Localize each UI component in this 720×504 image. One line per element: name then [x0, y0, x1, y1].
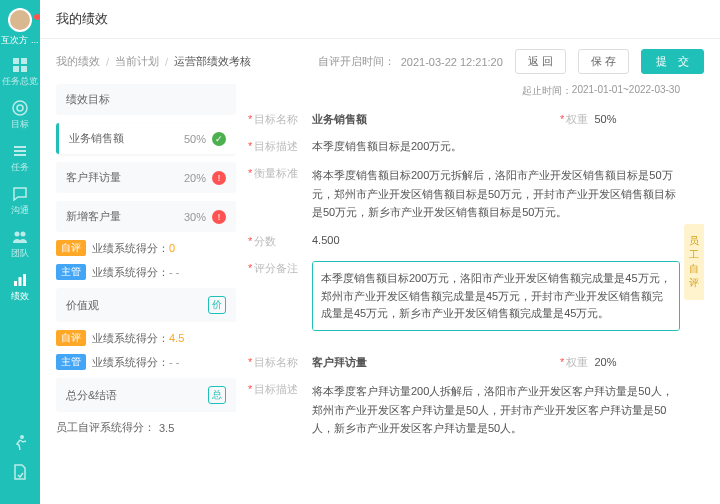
grid-icon — [12, 57, 28, 73]
people-icon — [12, 229, 28, 245]
deadline: 起止时间：2021-01-01~2022-03-30 — [248, 84, 680, 98]
svg-point-4 — [13, 101, 27, 115]
values-header[interactable]: 价值观价 — [56, 288, 236, 322]
sidebar-item-team[interactable]: 团队 — [11, 229, 29, 260]
goal-name-2: 客户拜访量 — [312, 355, 560, 370]
crumb-plan[interactable]: 当前计划 — [115, 54, 159, 69]
save-button[interactable]: 保 存 — [578, 49, 629, 74]
header: 我的绩效 — [40, 0, 720, 39]
crumb-current: 运营部绩效考核 — [174, 54, 251, 69]
sidebar-item-doc[interactable] — [12, 464, 28, 482]
crumb-root[interactable]: 我的绩效 — [56, 54, 100, 69]
sidebar-bottom — [12, 434, 28, 494]
brand-label: 互次方 ... — [1, 34, 38, 47]
goal-item-3[interactable]: 新增客户量30%! — [56, 201, 236, 232]
score-self-2: 自评业绩系统得分：4.5 — [56, 330, 236, 346]
svg-rect-6 — [14, 146, 26, 148]
target-icon — [12, 100, 28, 116]
svg-point-5 — [17, 105, 23, 111]
page-title: 我的绩效 — [56, 10, 108, 28]
score-total: 员工自评系统得分：3.5 — [56, 420, 236, 435]
svg-point-10 — [21, 232, 26, 237]
avatar[interactable] — [8, 8, 32, 32]
sidebar-item-goal[interactable]: 目标 — [11, 100, 29, 131]
summary-badge: 总 — [208, 386, 226, 404]
svg-rect-7 — [14, 150, 26, 152]
score-mgr-1: 主管业绩系统得分：- - — [56, 264, 236, 280]
goal-item-1[interactable]: 业务销售额50%✓ — [56, 123, 236, 154]
svg-rect-3 — [21, 66, 27, 72]
svg-rect-13 — [23, 274, 26, 286]
sidebar-item-performance[interactable]: 绩效 — [11, 272, 29, 303]
list-icon — [12, 143, 28, 159]
svg-rect-12 — [19, 277, 22, 286]
svg-point-9 — [15, 232, 20, 237]
goal-score: 4.500 — [312, 234, 680, 249]
sidebar-item-overview[interactable]: 任务总览 — [2, 57, 38, 88]
sidebar: 互次方 ... 任务总览 目标 任务 沟通 团队 绩效 — [0, 0, 40, 504]
main: 我的绩效 我的绩效 / 当前计划 / 运营部绩效考核 自评开启时间： 2021-… — [40, 0, 720, 504]
self-eval-label: 自评开启时间： — [318, 54, 395, 69]
sidebar-item-task[interactable]: 任务 — [11, 143, 29, 174]
svg-rect-8 — [14, 154, 26, 156]
breadcrumb: 我的绩效 / 当前计划 / 运营部绩效考核 自评开启时间： 2021-03-22… — [40, 39, 720, 84]
run-icon — [12, 434, 28, 450]
goal-desc-2: 将本季度客户拜访量200人拆解后，洛阳市产业开发区客户拜访量是50人，郑州市产业… — [312, 382, 680, 438]
back-button[interactable]: 返 回 — [515, 49, 566, 74]
goal-item-2[interactable]: 客户拜访量20%! — [56, 162, 236, 193]
values-badge: 价 — [208, 296, 226, 314]
notification-dot — [34, 14, 40, 20]
goal-name: 业务销售额 — [312, 112, 560, 127]
goal-desc: 本季度销售额目标是200万元。 — [312, 139, 680, 154]
left-panel: 绩效目标 业务销售额50%✓ 客户拜访量20%! 新增客户量30%! 自评业绩系… — [56, 84, 236, 494]
chat-icon — [12, 186, 28, 202]
floater-tab[interactable]: 员工自评 — [684, 224, 704, 300]
svg-rect-0 — [13, 58, 19, 64]
summary-header[interactable]: 总分&结语总 — [56, 378, 236, 412]
sidebar-item-chat[interactable]: 沟通 — [11, 186, 29, 217]
svg-rect-2 — [13, 66, 19, 72]
svg-rect-11 — [14, 281, 17, 286]
goal-metric: 将本季度销售额目标200万元拆解后，洛阳市产业开发区销售额目标是50万元，郑州市… — [312, 166, 680, 222]
alert-icon: ! — [212, 171, 226, 185]
detail-panel: 起止时间：2021-01-01~2022-03-30 *目标名称业务销售额*权重… — [248, 84, 704, 494]
score-mgr-2: 主管业绩系统得分：- - — [56, 354, 236, 370]
self-eval-time: 2021-03-22 12:21:20 — [401, 56, 503, 68]
sidebar-item-run[interactable] — [12, 434, 28, 452]
chart-icon — [12, 272, 28, 288]
svg-point-14 — [20, 435, 24, 439]
alert-icon: ! — [212, 210, 226, 224]
check-icon: ✓ — [212, 132, 226, 146]
note-textarea[interactable] — [312, 261, 680, 331]
goal-header[interactable]: 绩效目标 — [56, 84, 236, 115]
doc-icon — [12, 464, 28, 480]
svg-rect-1 — [21, 58, 27, 64]
submit-button[interactable]: 提 交 — [641, 49, 704, 74]
score-self-1: 自评业绩系统得分：0 — [56, 240, 236, 256]
